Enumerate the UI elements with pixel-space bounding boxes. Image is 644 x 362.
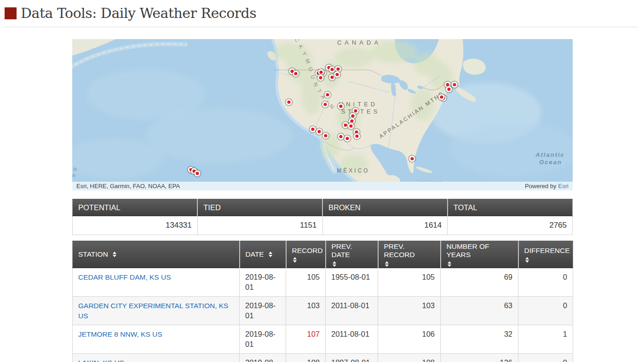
station-marker-icon[interactable] [349,124,353,128]
station-marker-icon[interactable] [355,134,359,138]
difference-cell: 0 [518,297,573,325]
map-label-canada: CANADA [337,39,381,46]
prev-date-cell: 2011-08-01 [326,325,378,354]
station-link[interactable]: CEDAR BLUFF DAM, KS US [78,273,171,281]
table-row: LAKIN, KS US2019-08-011081897-08-0110812… [73,354,573,362]
station-marker-icon[interactable] [330,67,334,72]
station-cell: JETMORE 8 NNW, KS US [73,325,240,354]
station-marker-icon[interactable] [452,82,457,87]
col-header-difference[interactable]: DIFFERENCE [518,241,573,268]
station-marker-icon[interactable] [317,129,322,134]
date-cell: 2019-08-01 [240,268,286,297]
station-cell: GARDEN CITY EXPERIMENTAL STATION, KS US [73,297,240,325]
summary-header-potential: POTENTIAL [73,199,198,216]
page: Data Tools: Daily Weather Records [0,0,644,362]
table-row: GARDEN CITY EXPERIMENTAL STATION, KS US2… [73,297,573,325]
station-marker-icon[interactable] [318,75,323,80]
station-marker-icon[interactable] [339,104,343,109]
years-cell: 32 [441,325,518,354]
col-header-station[interactable]: STATION [73,241,240,268]
col-header-prev-record[interactable]: PREV. RECORD [378,241,441,268]
col-header-number-of-years[interactable]: NUMBER OF YEARS [441,241,518,268]
station-marker-icon[interactable] [336,67,340,71]
station-marker-icon[interactable] [447,87,451,92]
station-marker-icon[interactable] [195,171,200,176]
station-cell: CEDAR BLUFF DAM, KS US [73,268,240,297]
table-row: CEDAR BLUFF DAM, KS US2019-08-011051955-… [73,268,573,297]
sort-icon [113,252,116,257]
station-marker-icon[interactable] [335,72,339,77]
map-label-pacific-frag2: n [72,172,75,178]
new-record-value: 107 [307,330,320,338]
record-cell: 108 [286,354,326,362]
col-header-record[interactable]: RECORD [286,241,326,268]
prev-date-cell: 1897-08-01 [326,354,378,362]
map-label-atlantic: Atlantic [535,151,565,158]
summary-header-total: TOTAL [448,199,573,216]
summary-value-tied: 1151 [197,216,322,235]
prev-date-cell: 1955-08-01 [326,268,378,297]
sort-icon [525,257,529,263]
col-header-date[interactable]: DATE [240,241,286,268]
records-table: STATION DATE RECORD PREV. DATE PREV. [72,241,573,362]
years-cell: 69 [441,268,518,297]
esri-link[interactable]: Esri [558,183,569,190]
sort-icon [385,261,389,267]
station-marker-icon[interactable] [410,156,414,161]
station-marker-icon[interactable] [293,71,298,76]
sort-icon [269,252,272,257]
station-marker-icon[interactable] [439,95,444,99]
station-marker-icon[interactable] [323,102,328,107]
station-link[interactable]: LAKIN, KS US [78,359,124,362]
difference-cell: 0 [518,354,573,362]
summary-header-broken: BROKEN [322,199,448,216]
station-cell: LAKIN, KS US [73,354,240,362]
record-cell: 107 [286,325,326,354]
station-map[interactable]: CANADA UNITED STATES MÉXICO APPALACHIAN … [72,39,573,190]
date-cell: 2019-08-01 [240,297,286,325]
col-header-prev-date[interactable]: PREV. DATE [326,241,378,268]
prev-record-cell: 103 [378,297,441,325]
station-marker-icon[interactable] [339,134,343,139]
sort-icon [448,261,451,267]
station-marker-icon[interactable] [323,133,328,138]
prev-record-cell: 108 [378,354,441,362]
map-attribution-text: Esri, HERE, Garmin, FAO, NOAA, EPA [76,182,180,190]
summary-value-broken: 1614 [322,216,448,235]
station-marker-icon[interactable] [310,127,315,132]
station-marker-icon[interactable] [325,92,330,97]
years-cell: 126 [441,354,518,362]
station-marker-icon[interactable] [287,100,291,104]
summary-table: POTENTIAL TIED BROKEN TOTAL 134331 1151 … [72,199,573,235]
difference-cell: 0 [518,268,573,297]
powered-by: Powered byEsri [525,182,569,190]
sort-icon [293,257,297,263]
station-marker-icon[interactable] [343,123,348,127]
page-title: Data Tools: Daily Weather Records [21,5,256,21]
prev-date-cell: 2011-08-01 [326,297,378,325]
difference-cell: 1 [518,325,573,354]
prev-record-cell: 106 [378,325,441,354]
date-cell: 2019-08-01 [240,325,286,354]
noaa-red-square-icon [5,7,17,19]
map-label-states: STATES [341,108,380,115]
summary-value-total: 2765 [448,216,573,235]
summary-header-tied: TIED [197,199,322,216]
map-label-ocean: Ocean [539,159,562,166]
map-label-pacific-frag1: ic [73,166,77,172]
sort-icon [333,261,336,267]
title-divider [4,27,638,27]
prev-record-cell: 105 [378,268,441,297]
station-link[interactable]: JETMORE 8 NNW, KS US [78,330,162,338]
years-cell: 63 [441,297,518,325]
station-link[interactable]: GARDEN CITY EXPERIMENTAL STATION, KS US [78,302,228,320]
station-marker-icon[interactable] [345,136,350,141]
page-header: Data Tools: Daily Weather Records [5,5,256,21]
record-cell: 103 [286,297,326,325]
record-cell: 105 [286,268,326,297]
map-attribution-bar: Esri, HERE, Garmin, FAO, NOAA, EPA Power… [72,182,573,190]
map-label-mexico: MÉXICO [337,167,369,174]
table-row: JETMORE 8 NNW, KS US2019-08-011072011-08… [73,325,573,354]
date-cell: 2019-08-01 [240,354,286,362]
summary-value-potential: 134331 [73,216,198,235]
